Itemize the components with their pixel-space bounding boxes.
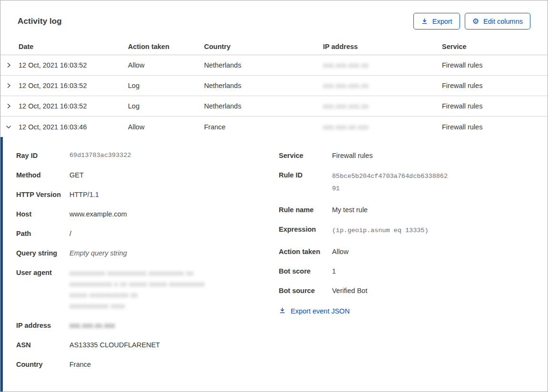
edit-columns-button[interactable]: ⚙ Edit columns xyxy=(465,13,530,29)
cell-date: 12 Oct, 2021 16:03:52 xyxy=(19,61,128,69)
field-value: Allow xyxy=(332,247,349,256)
field-label: Service xyxy=(279,151,332,160)
column-header-action-taken: Action taken xyxy=(128,43,204,50)
field-value: 69d13783ac393322 xyxy=(69,151,131,160)
field-asn: ASN AS13335 CLOUDFLARENET xyxy=(16,340,279,350)
table-header-row: Date Action taken Country IP address Ser… xyxy=(0,39,548,55)
activity-log-table: Date Action taken Country IP address Ser… xyxy=(0,39,548,137)
cell-service: Firewall rules xyxy=(442,123,548,131)
cell-country: Netherlands xyxy=(204,61,323,69)
event-detail-panel: Ray ID 69d13783ac393322 Method GET HTTP … xyxy=(0,137,548,392)
cell-ip-address-redacted: xxx.xxx.xxx.xx xyxy=(323,61,442,69)
export-button-label: Export xyxy=(432,18,452,25)
field-value: My test rule xyxy=(332,205,368,215)
download-icon xyxy=(421,18,428,25)
cell-ip-address-redacted: xxx.xxx.xx.xxx xyxy=(323,123,442,131)
cell-date: 12 Oct, 2021 16:03:52 xyxy=(19,82,128,89)
field-bot-score: Bot score 1 xyxy=(279,266,533,276)
field-value: Verified Bot xyxy=(332,286,367,295)
field-label: Host xyxy=(16,209,69,219)
column-header-service: Service xyxy=(442,43,548,50)
field-value: 1 xyxy=(332,266,336,276)
field-ip-address: IP address xxx.xxx.xx.xxx xyxy=(16,321,279,330)
chevron-right-icon[interactable] xyxy=(0,61,19,69)
gear-icon: ⚙ xyxy=(472,18,479,25)
field-label: Bot source xyxy=(279,286,332,295)
field-action-taken: Action taken Allow xyxy=(279,247,533,256)
field-label: Path xyxy=(16,229,69,238)
cell-ip-address-redacted: xxx.xxx.xxx.xx xyxy=(323,82,442,89)
field-label: ASN xyxy=(16,340,69,350)
field-label: Rule name xyxy=(279,205,332,215)
field-label: Ray ID xyxy=(16,151,69,160)
field-value: 85bce5b204cf4703a764dcb633886291 xyxy=(332,170,450,195)
field-expression: Expression (ip.geoip.asnum eq 13335) xyxy=(279,225,533,237)
field-ray-id: Ray ID 69d13783ac393322 xyxy=(16,151,279,160)
field-value-redacted: xxxxxxxxxx xxxxxxxxxxx xxxxxxxxxx xx xxx… xyxy=(69,268,205,312)
redacted-line: xxxxxxxxxx xxxxxxxxxxx xxxxxxxxxx xx xyxy=(69,268,205,279)
field-value: (ip.geoip.asnum eq 13335) xyxy=(332,225,429,237)
table-row[interactable]: 12 Oct, 2021 16:03:52 Allow Netherlands … xyxy=(0,55,548,76)
export-button[interactable]: Export xyxy=(413,13,460,29)
table-row[interactable]: 12 Oct, 2021 16:03:52 Log Netherlands xx… xyxy=(0,96,548,117)
column-header-country: Country xyxy=(204,43,323,50)
table-row-expanded[interactable]: 12 Oct, 2021 16:03:46 Allow France xxx.x… xyxy=(0,117,548,137)
cell-service: Firewall rules xyxy=(442,82,548,89)
field-value-redacted: xxx.xxx.xx.xxx xyxy=(69,321,115,330)
table-row[interactable]: 12 Oct, 2021 16:03:52 Log Netherlands xx… xyxy=(0,76,548,96)
field-query-string: Query string Empty query string xyxy=(16,248,279,258)
field-label: IP address xyxy=(16,321,69,330)
cell-ip-address-redacted: xxx.xxx.xxx.xx xyxy=(323,102,442,110)
field-label: Rule ID xyxy=(279,170,332,195)
field-user-agent: User agent xxxxxxxxxx xxxxxxxxxxx xxxxxx… xyxy=(16,268,279,312)
redacted-line: xxxxxxxxxxx xxxx xyxy=(69,301,205,312)
chevron-down-icon[interactable] xyxy=(0,123,19,131)
field-path: Path / xyxy=(16,229,279,238)
cell-country: Netherlands xyxy=(204,102,323,110)
field-value: Firewall rules xyxy=(332,151,372,160)
cell-country: Netherlands xyxy=(204,82,323,89)
cell-date: 12 Oct, 2021 16:03:46 xyxy=(19,123,128,131)
field-value: Empty query string xyxy=(69,248,127,258)
cell-action-taken: Allow xyxy=(128,123,204,131)
activity-log-panel: Activity log Export ⚙ Edit columns Date … xyxy=(0,0,548,392)
field-method: Method GET xyxy=(16,170,279,180)
field-value: AS13335 CLOUDFLARENET xyxy=(69,340,160,350)
field-label: Country xyxy=(16,360,69,369)
field-country: Country France xyxy=(16,360,279,369)
edit-columns-button-label: Edit columns xyxy=(483,18,523,25)
chevron-right-icon[interactable] xyxy=(0,82,19,89)
field-value: www.example.com xyxy=(69,209,127,219)
panel-header: Activity log Export ⚙ Edit columns xyxy=(0,0,548,29)
cell-country: France xyxy=(204,123,323,131)
field-value: HTTP/1.1 xyxy=(69,190,99,199)
field-value: / xyxy=(69,229,71,238)
redacted-line: xxxxx xxxxxxxxxxx xx xyxy=(69,290,205,301)
field-value: GET xyxy=(69,170,84,180)
cell-service: Firewall rules xyxy=(442,102,548,110)
field-bot-source: Bot source Verified Bot xyxy=(279,286,533,295)
field-label: Action taken xyxy=(279,247,332,256)
chevron-right-icon[interactable] xyxy=(0,102,19,110)
redacted-line: xxxxxxxxxxxx x xx xxxxx xxxxx xxxxxxxxxx xyxy=(69,279,205,290)
column-header-date: Date xyxy=(19,43,128,50)
field-label: Query string xyxy=(16,248,69,258)
detail-right-column: Service Firewall rules Rule ID 85bce5b20… xyxy=(279,151,533,392)
field-label: Bot score xyxy=(279,266,332,276)
field-rule-id: Rule ID 85bce5b204cf4703a764dcb633886291 xyxy=(279,170,533,195)
cell-action-taken: Log xyxy=(128,82,204,89)
cell-date: 12 Oct, 2021 16:03:52 xyxy=(19,102,128,110)
field-value: France xyxy=(69,360,91,369)
export-event-json-link[interactable]: Export event JSON xyxy=(279,307,350,315)
column-header-ip-address: IP address xyxy=(323,43,442,50)
detail-left-column: Ray ID 69d13783ac393322 Method GET HTTP … xyxy=(16,151,279,392)
cell-action-taken: Log xyxy=(128,102,204,110)
field-label: Expression xyxy=(279,225,332,237)
download-icon xyxy=(279,307,286,315)
field-label: HTTP Version xyxy=(16,190,69,199)
field-service: Service Firewall rules xyxy=(279,151,533,160)
field-label: Method xyxy=(16,170,69,180)
page-title: Activity log xyxy=(18,17,62,26)
field-label: User agent xyxy=(16,268,69,312)
cell-action-taken: Allow xyxy=(128,61,204,69)
